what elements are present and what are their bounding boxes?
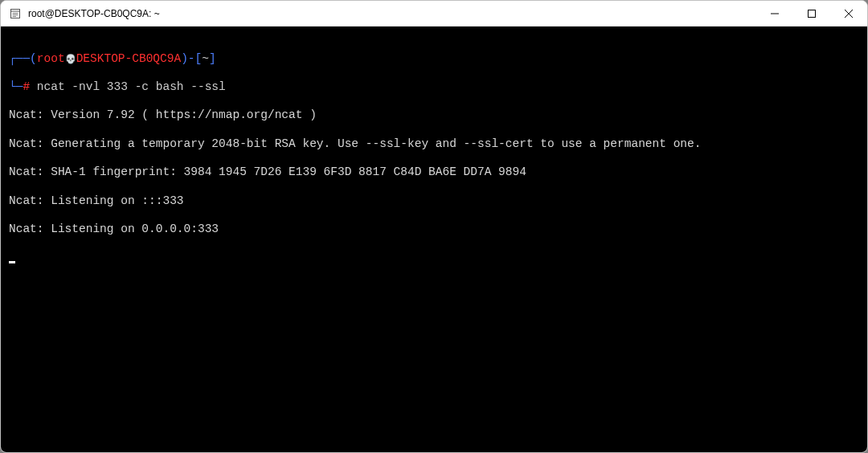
command-text: ncat -nvl 333 -c bash --ssl	[30, 80, 226, 93]
output-line: Ncat: Listening on 0.0.0.0:333	[9, 222, 859, 237]
skull-icon: 💀	[65, 55, 76, 64]
prompt-close-bracket: ]	[209, 52, 216, 65]
svg-rect-6	[809, 10, 816, 17]
terminal-window: root@DESKTOP-CB0QC9A: ~ ┌──(root💀DESKTOP…	[0, 0, 868, 453]
prompt-line-2: └─# ncat -nvl 333 -c bash --ssl	[9, 80, 859, 95]
prompt-dash: -[	[188, 52, 202, 65]
terminal-area[interactable]: ┌──(root💀DESKTOP-CB0QC9A)-[~] └─# ncat -…	[1, 27, 867, 452]
maximize-icon	[808, 10, 816, 18]
prompt-bracket: ┌──(	[9, 52, 37, 65]
window-controls	[756, 1, 867, 26]
prompt-line2-prefix: └─	[9, 80, 23, 93]
prompt-line-1: ┌──(root💀DESKTOP-CB0QC9A)-[~]	[9, 52, 859, 67]
output-line: Ncat: SHA-1 fingerprint: 3984 1945 7D26 …	[9, 165, 859, 180]
close-button[interactable]	[830, 1, 867, 26]
terminal-cursor	[9, 261, 15, 263]
prompt-close-paren: )	[181, 52, 188, 65]
output-line: Ncat: Generating a temporary 2048-bit RS…	[9, 137, 859, 152]
minimize-icon	[771, 10, 779, 18]
prompt-user: root	[37, 52, 65, 65]
window-title: root@DESKTOP-CB0QC9A: ~	[28, 8, 756, 19]
output-line: Ncat: Version 7.92 ( https://nmap.org/nc…	[9, 108, 859, 123]
prompt-host: DESKTOP-CB0QC9A	[76, 52, 182, 65]
minimize-button[interactable]	[756, 1, 793, 26]
output-line: Ncat: Listening on :::333	[9, 194, 859, 209]
maximize-button[interactable]	[793, 1, 830, 26]
prompt-path: ~	[202, 52, 209, 65]
app-icon	[9, 7, 22, 20]
titlebar[interactable]: root@DESKTOP-CB0QC9A: ~	[1, 1, 867, 27]
prompt-hash: #	[23, 80, 30, 93]
close-icon	[845, 10, 853, 18]
